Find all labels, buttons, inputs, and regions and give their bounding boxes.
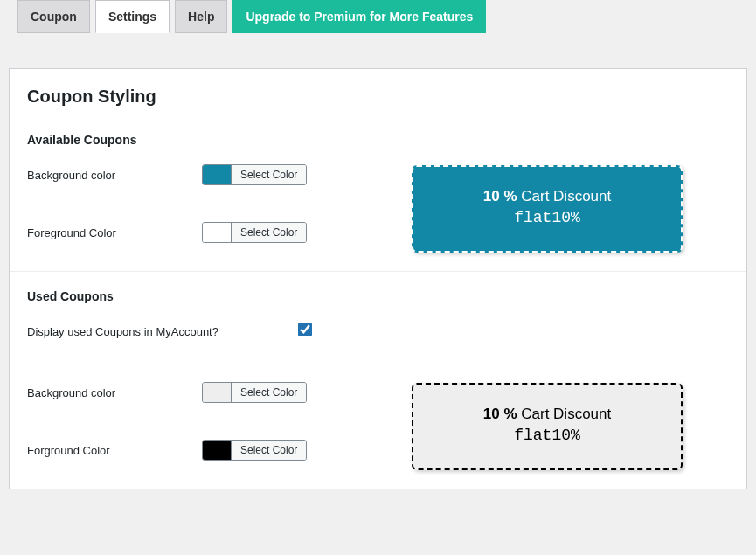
coupon-discount-text: Cart Discount [517,406,612,422]
used-fg-swatch [203,441,231,460]
section-available: Coupon Styling Available Coupons Backgro… [10,69,746,271]
coupon-percent: 10 % [483,188,517,205]
available-fg-label: Foreground Color [27,222,202,239]
available-fg-swatch [203,223,231,242]
used-display-checkbox[interactable] [298,323,312,336]
available-bg-select-button[interactable]: Select Color [231,165,306,184]
used-bg-color-picker[interactable]: Select Color [202,382,307,403]
page-title: Coupon Styling [27,87,729,107]
available-bg-swatch [203,165,231,184]
used-bg-swatch [203,383,231,402]
coupon-line1: 10 % Cart Discount [422,188,672,205]
tab-coupon[interactable]: Coupon [17,0,90,33]
available-fg-color-picker[interactable]: Select Color [202,222,307,243]
tab-help[interactable]: Help [175,0,227,33]
used-coupon-preview: 10 % Cart Discount flat10% [412,383,683,470]
coupon-line1: 10 % Cart Discount [422,406,672,423]
settings-panel: Coupon Styling Available Coupons Backgro… [9,68,747,489]
used-fg-select-button[interactable]: Select Color [231,441,306,460]
tab-bar: Coupon Settings Help Upgrade to Premium … [0,0,756,33]
used-fg-color-picker[interactable]: Select Color [202,440,307,461]
tab-settings[interactable]: Settings [95,0,170,33]
available-fg-select-button[interactable]: Select Color [231,223,306,242]
available-bg-label: Background color [27,164,202,182]
coupon-code: flat10% [422,427,672,444]
coupon-percent: 10 % [483,406,517,422]
coupon-code: flat10% [422,209,672,226]
available-coupon-preview: 10 % Cart Discount flat10% [412,165,683,253]
available-bg-color-picker[interactable]: Select Color [202,164,307,185]
tab-upgrade-premium[interactable]: Upgrade to Premium for More Features [232,0,486,33]
used-bg-label: Background color [27,382,202,399]
coupon-discount-text: Cart Discount [517,188,612,205]
section-used: Used Coupons Display used Coupons in MyA… [10,271,746,489]
used-bg-select-button[interactable]: Select Color [231,383,306,402]
available-heading: Available Coupons [27,133,729,147]
used-heading: Used Coupons [27,289,729,303]
used-display-label: Display used Coupons in MyAccount? [27,321,298,338]
used-fg-label: Forground Color [27,440,202,457]
